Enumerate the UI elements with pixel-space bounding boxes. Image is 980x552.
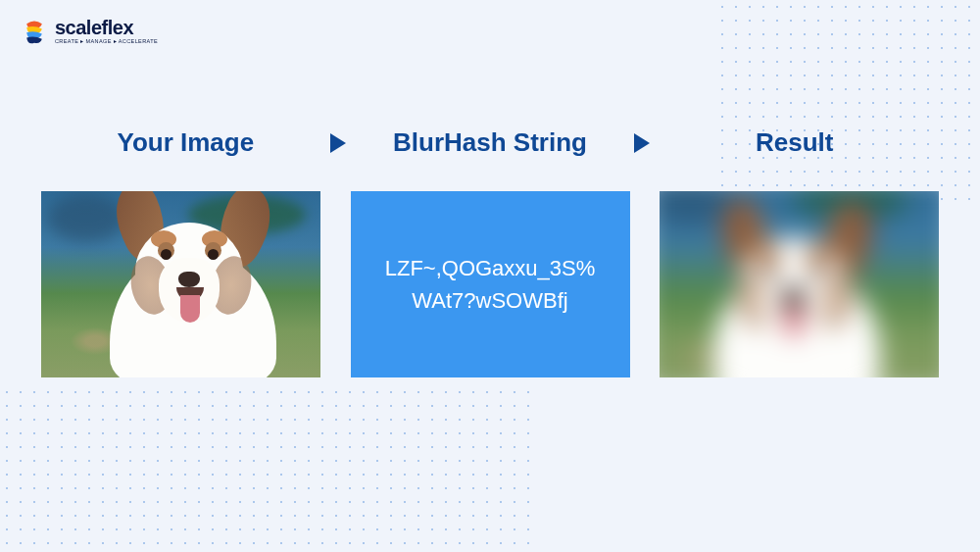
brand-tagline: CREATE ▸ MANAGE ▸ ACCELERATE xyxy=(55,39,158,45)
heading-hash: BlurHash String xyxy=(346,127,635,158)
decorative-dots-top-right xyxy=(715,0,980,206)
decorative-dots-bottom-left xyxy=(0,385,529,552)
heading-source: Your Image xyxy=(41,127,330,158)
brand-name: scaleflex xyxy=(55,18,158,37)
arrow-right-icon xyxy=(634,133,650,153)
arrow-right-icon xyxy=(330,133,346,153)
scaleflex-logo-icon xyxy=(22,19,47,44)
heading-result: Result xyxy=(650,127,939,158)
brand-logo: scaleflex CREATE ▸ MANAGE ▸ ACCELERATE xyxy=(22,18,158,45)
blurhash-text: LZF~,QOGaxxu_3S% WAt7?wSOWBfj xyxy=(385,252,596,317)
blurhash-line2: WAt7?wSOWBfj xyxy=(412,288,567,313)
blurhash-string-panel: LZF~,QOGaxxu_3S% WAt7?wSOWBfj xyxy=(351,191,630,377)
blurhash-line1: LZF~,QOGaxxu_3S% xyxy=(385,256,596,280)
process-headings-row: Your Image BlurHash String Result xyxy=(41,127,939,158)
source-image-panel xyxy=(41,191,320,377)
result-image-panel xyxy=(660,191,939,377)
brand-logo-text: scaleflex CREATE ▸ MANAGE ▸ ACCELERATE xyxy=(55,18,158,45)
process-panels-row: LZF~,QOGaxxu_3S% WAt7?wSOWBfj xyxy=(41,191,939,377)
